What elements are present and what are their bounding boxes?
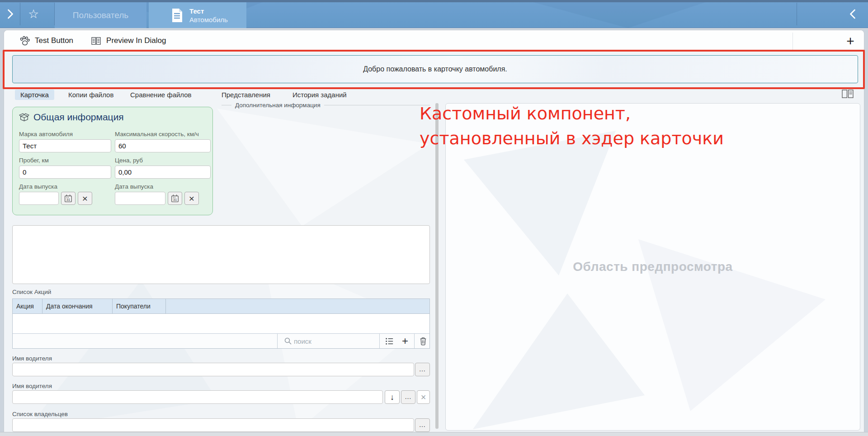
driver2-browse-button[interactable]: … — [401, 390, 415, 404]
select-from-list-button[interactable] — [383, 336, 395, 346]
svg-text:31: 31 — [66, 198, 71, 202]
promos-search-input[interactable] — [294, 336, 375, 346]
tab-task-history-label: История заданий — [292, 91, 347, 99]
release-date2-input[interactable] — [115, 192, 165, 205]
welcome-banner-text: Добро пожаловать в карточку автомобиля. — [363, 65, 507, 73]
ellipsis-icon: … — [405, 393, 412, 400]
clear-icon: × — [189, 194, 194, 203]
separator-line — [324, 105, 430, 105]
panel-splitter[interactable] — [435, 103, 439, 429]
topbar-separator — [20, 3, 20, 25]
plus-icon: + — [402, 335, 408, 347]
ellipsis-icon: … — [419, 421, 426, 428]
owners-label: Список владельцев — [12, 411, 68, 417]
clear-date-button[interactable]: × — [184, 192, 199, 205]
tab-file-copies-label: Копии файлов — [68, 91, 113, 99]
split-view-button[interactable] — [842, 90, 854, 100]
list-icon — [385, 336, 394, 346]
driver2-dropdown-button[interactable]: ↓ — [385, 390, 400, 404]
add-tab-button[interactable]: + — [842, 33, 859, 50]
promos-table-body-empty[interactable] — [13, 314, 429, 333]
price-label: Цена, руб — [115, 157, 211, 164]
collapse-panel-button[interactable] — [844, 6, 862, 22]
general-info-header: Общая информация — [19, 112, 206, 123]
brand-input[interactable] — [19, 139, 111, 152]
tab-file-comparison-label: Сравнение файлов — [130, 91, 192, 99]
column-header-filler — [166, 299, 429, 313]
mileage-input[interactable] — [19, 166, 111, 179]
annotation-text: Кастомный компонент, установленный в хэд… — [420, 101, 724, 151]
chevron-right-icon — [6, 8, 14, 20]
annotation-line1: Кастомный компонент, — [420, 101, 724, 126]
arrow-down-icon: ↓ — [390, 393, 394, 402]
general-info-title: Общая информация — [33, 112, 124, 123]
background-facet — [464, 131, 654, 275]
card-tab-title: Тест — [189, 7, 228, 15]
clear-date-button[interactable]: × — [78, 192, 92, 205]
chevron-left-icon — [849, 8, 857, 20]
toolbar-separator — [793, 33, 793, 50]
open-book-icon — [90, 36, 102, 46]
expand-menu-button[interactable] — [3, 6, 18, 22]
calendar-button[interactable]: 31 — [61, 192, 75, 205]
open-box-icon — [19, 112, 29, 123]
release-date-input[interactable] — [19, 192, 59, 205]
test-button[interactable]: Test Button — [19, 35, 73, 47]
release-date2-label: Дата выпуска — [115, 183, 211, 190]
preview-in-dialog-button[interactable]: Preview In Dialog — [90, 36, 166, 46]
promos-list-label: Список Акций — [12, 289, 51, 295]
calendar-icon: 31 — [170, 194, 179, 203]
tab-task-history[interactable]: История заданий — [292, 91, 347, 99]
additional-info-title: Дополнительная информация — [231, 102, 324, 109]
driver2-clear-button[interactable]: × — [417, 390, 430, 404]
tab-file-comparison[interactable]: Сравнение файлов — [130, 91, 192, 99]
topbar-tab-card-labels: Тест Автомобиль — [189, 7, 228, 24]
driver2-input[interactable] — [12, 390, 383, 404]
topbar-tab-user[interactable]: Пользователь — [55, 2, 146, 28]
column-header-buyers[interactable]: Покупатели — [113, 299, 166, 313]
driver1-input[interactable] — [12, 363, 414, 376]
tab-file-copies[interactable]: Копии файлов — [68, 91, 113, 99]
document-icon — [171, 8, 183, 23]
paw-icon — [19, 35, 30, 47]
delete-row-button[interactable] — [418, 336, 429, 346]
welcome-banner: Добро пожаловать в карточку автомобиля. — [12, 55, 858, 83]
preview-button-label: Preview In Dialog — [106, 36, 166, 45]
topbar-tab-user-label: Пользователь — [73, 10, 128, 20]
brand-label: Марка автомобиля — [19, 131, 111, 137]
tab-card[interactable]: Карточка — [15, 90, 54, 100]
tab-views-label: Представления — [222, 91, 270, 99]
general-info-fields: Марка автомобиля Максимальная скорость, … — [19, 126, 206, 205]
tab-card-label: Карточка — [20, 91, 49, 99]
top-navigation-bar: ☆ Пользователь Тест Автомобиль — [0, 0, 868, 28]
description-textarea[interactable] — [12, 225, 430, 284]
max-speed-input[interactable] — [115, 139, 211, 152]
owners-browse-button[interactable]: … — [415, 418, 430, 432]
add-row-button[interactable]: + — [399, 334, 411, 348]
additional-info-separator: Дополнительная информация — [222, 102, 430, 109]
owners-input[interactable] — [12, 418, 414, 432]
star-icon: ☆ — [28, 8, 39, 20]
topbar-tab-card-active[interactable]: Тест Автомобиль — [149, 2, 246, 28]
promos-table-footer: + — [13, 333, 429, 348]
release-date-label: Дата выпуска — [19, 183, 111, 190]
column-header-promo[interactable]: Акция — [13, 299, 42, 313]
split-view-icon — [842, 90, 854, 99]
background-facet — [473, 294, 645, 429]
search-icon — [284, 337, 292, 345]
favorites-button[interactable]: ☆ — [24, 5, 43, 23]
annotation-line2: установленный в хэдер карточки — [420, 126, 724, 151]
calendar-button[interactable]: 31 — [168, 192, 182, 205]
tab-views[interactable]: Представления — [222, 91, 270, 99]
mileage-label: Пробег, км — [19, 157, 111, 164]
application-window: ☆ Пользователь Тест Автомобиль — [0, 0, 868, 436]
card-toolbar: Test Button Preview In Dialog — [4, 30, 864, 52]
card-tab-subtitle: Автомобиль — [189, 15, 228, 24]
column-header-end-date[interactable]: Дата окончания — [42, 299, 113, 313]
topbar-facet-decor — [533, 2, 705, 28]
price-input[interactable] — [115, 166, 211, 179]
driver1-label: Имя водителя — [12, 355, 52, 362]
driver1-browse-button[interactable]: … — [415, 363, 430, 376]
svg-text:31: 31 — [173, 198, 177, 202]
footer-separator — [414, 334, 415, 348]
